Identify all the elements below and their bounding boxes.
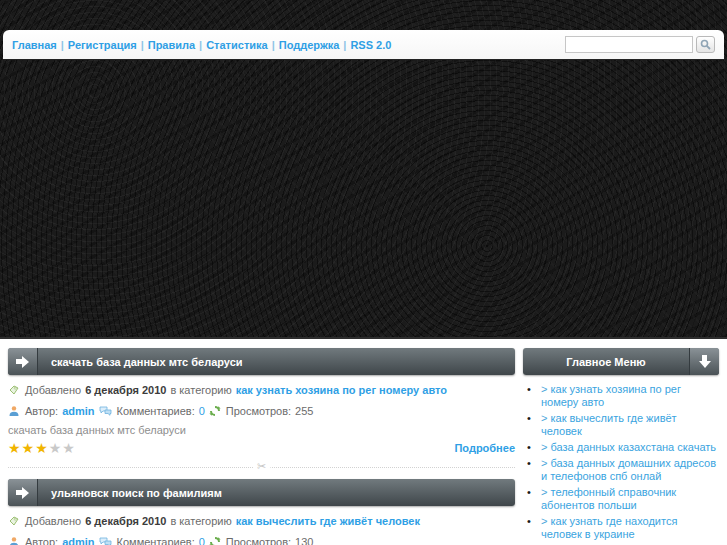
author-label: Автор: (25, 405, 58, 417)
sidebar-menu-link[interactable]: как узнать хозяина по рег номеру авто (541, 383, 681, 408)
sidebar-menu-item[interactable]: > как узнать где находится человек в укр… (539, 515, 719, 541)
user-icon (8, 405, 20, 417)
category-label: в категорию (170, 515, 231, 527)
search-button[interactable] (696, 36, 715, 53)
views-label: Просмотров: (226, 405, 291, 417)
sidebar-menu-link[interactable]: как узнать где находится человек в украи… (541, 515, 677, 540)
post-meta-added: Добавлено 6 декабря 2010 в категорию как… (8, 384, 515, 396)
sidebar-header-bar: Главное Меню (523, 348, 719, 375)
user-icon (8, 536, 20, 545)
nav-separator: | (57, 39, 68, 51)
sidebar-menu: > как узнать хозяина по рег номеру авто>… (523, 383, 719, 545)
top-navbar: Главная|Регистрация|Правила|Статистика|П… (3, 30, 724, 60)
added-icon (8, 384, 20, 396)
post-category-link[interactable]: как вычеслить где живёт человек (232, 515, 420, 527)
nav-link[interactable]: RSS 2.0 (350, 39, 391, 51)
sidebar-menu-link[interactable]: база данных казахстана скачать (550, 441, 716, 453)
post-meta-stats: Автор: admin Комментариев: 0 Просмотров:… (8, 536, 515, 545)
views-label: Просмотров: (226, 536, 291, 545)
posts-column: скачать база данных мтс беларуси Добавле… (8, 348, 515, 545)
nav-separator: | (268, 39, 279, 51)
search-box (565, 36, 715, 53)
content-area: скачать база данных мтс беларуси Добавле… (0, 341, 727, 545)
views-count: 130 (291, 536, 313, 545)
sidebar-menu-item[interactable]: > как вычеслить где живёт человек (539, 412, 719, 438)
post-header-bar: ульяновск поиск по фамилиям (8, 479, 515, 506)
post-title[interactable]: скачать база данных мтс беларуси (38, 356, 243, 368)
sidebar: Главное Меню > как узнать хозяина по рег… (523, 348, 719, 545)
rating-stars[interactable]: ★★★★★ (8, 439, 76, 457)
chevron-down-icon[interactable] (689, 348, 719, 375)
views-count: 255 (291, 405, 313, 417)
comments-label: Комментариев: (117, 405, 195, 417)
star-icon[interactable]: ★ (49, 440, 63, 456)
comments-icon (99, 536, 112, 545)
star-icon[interactable]: ★ (35, 440, 49, 456)
views-icon (209, 405, 221, 417)
nav-separator: | (339, 39, 350, 51)
added-label: Добавлено (25, 515, 81, 527)
nav-link[interactable]: Регистрация (68, 39, 137, 51)
post-meta-added: Добавлено 6 декабря 2010 в категорию как… (8, 515, 515, 527)
category-label: в категорию (170, 384, 231, 396)
comments-label: Комментариев: (117, 536, 195, 545)
sidebar-menu-link[interactable]: телефонный справочник абонентов польши (541, 486, 676, 511)
nav-link[interactable]: Поддержка (279, 39, 340, 51)
sidebar-title: Главное Меню (523, 356, 689, 368)
added-icon (8, 515, 20, 527)
read-more-link[interactable]: Подробнее (454, 442, 515, 454)
star-icon[interactable]: ★ (62, 440, 76, 456)
added-label: Добавлено (25, 384, 81, 396)
sidebar-menu-link[interactable]: база данных домашних адресов и телефонов… (541, 457, 716, 482)
search-icon (700, 39, 711, 50)
search-input[interactable] (565, 36, 693, 53)
sidebar-menu-link[interactable]: как вычеслить где живёт человек (541, 412, 677, 437)
scissors-icon: ✂ (253, 460, 270, 473)
post-date: 6 декабря 2010 (81, 515, 170, 527)
arrow-right-icon (8, 479, 38, 506)
sidebar-menu-item[interactable]: > база данных казахстана скачать (539, 441, 719, 454)
comments-icon (99, 405, 112, 417)
post-title[interactable]: ульяновск поиск по фамилиям (38, 487, 222, 499)
post-category-link[interactable]: как узнать хозяина по рег номеру авто (232, 384, 447, 396)
nav-link[interactable]: Правила (148, 39, 195, 51)
sidebar-menu-item[interactable]: > как узнать хозяина по рег номеру авто (539, 383, 719, 409)
post-meta-stats: Автор: admin Комментариев: 0 Просмотров:… (8, 405, 515, 417)
post-author-link[interactable]: admin (58, 405, 98, 417)
post-excerpt: скачать база данных мтс беларуси (8, 424, 515, 436)
comments-count[interactable]: 0 (195, 405, 209, 417)
nav-link[interactable]: Главная (12, 39, 57, 51)
star-icon[interactable]: ★ (22, 440, 36, 456)
page: Главная|Регистрация|Правила|Статистика|П… (0, 0, 727, 545)
post-divider: ✂ (8, 467, 515, 479)
post-header-bar: скачать база данных мтс беларуси (8, 348, 515, 375)
post-date: 6 декабря 2010 (81, 384, 170, 396)
views-icon (209, 536, 221, 545)
sidebar-menu-item[interactable]: > база данных домашних адресов и телефон… (539, 457, 719, 483)
post-author-link[interactable]: admin (58, 536, 98, 545)
sidebar-menu-item[interactable]: > телефонный справочник абонентов польши (539, 486, 719, 512)
arrow-right-icon (8, 348, 38, 375)
nav-links: Главная|Регистрация|Правила|Статистика|П… (12, 39, 391, 51)
comments-count[interactable]: 0 (195, 536, 209, 545)
nav-separator: | (195, 39, 206, 51)
author-label: Автор: (25, 536, 58, 545)
nav-link[interactable]: Статистика (206, 39, 268, 51)
nav-separator: | (137, 39, 148, 51)
star-icon[interactable]: ★ (8, 440, 22, 456)
post-footer: ★★★★★ Подробнее (8, 439, 515, 457)
